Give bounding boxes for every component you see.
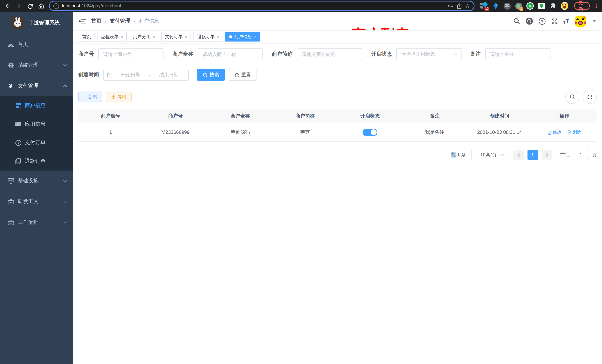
monitor-icon (7, 178, 14, 184)
toggle-search-button[interactable] (565, 90, 579, 104)
status-toggle[interactable] (363, 129, 377, 136)
browser-forward-button[interactable] (14, 1, 24, 11)
search-icon (570, 94, 575, 99)
breadcrumb-item-home[interactable]: 首页 (91, 18, 102, 24)
extension-grid-diamond-icon[interactable]: 10 (480, 2, 488, 10)
edit-pencil-icon (548, 130, 552, 134)
date-end-placeholder: 结束日期 (153, 72, 185, 78)
goto-label: 前往 (560, 151, 570, 158)
close-icon[interactable]: × (254, 35, 257, 39)
page-number-current[interactable]: 1 (527, 150, 538, 160)
tab-home[interactable]: 首页 (79, 32, 95, 42)
share-icon[interactable] (456, 3, 462, 9)
short-name-input[interactable] (297, 48, 362, 60)
user-avatar[interactable] (575, 16, 586, 27)
status-label: 开启状态 (371, 51, 392, 57)
close-icon[interactable]: × (121, 35, 123, 39)
sidebar-item-dev-tools[interactable]: 研发工具 (0, 191, 73, 212)
browser-back-button[interactable] (3, 1, 13, 11)
extension-gray-green-icon[interactable]: 1 (515, 2, 522, 10)
extension-badge: 1 (519, 7, 523, 11)
chevron-down-icon (501, 153, 505, 156)
url-bar[interactable]: i localhost:1024/pay/merchant ☆ (50, 1, 474, 10)
svg-text:¥: ¥ (17, 141, 19, 145)
sidebar-subitem-merchant-info[interactable]: 商户信息 (0, 96, 73, 115)
search-button[interactable]: 搜索 (197, 69, 225, 81)
export-button[interactable]: 导出 (106, 92, 132, 102)
refresh-table-button[interactable] (583, 90, 597, 104)
extension-y-icon[interactable]: y (526, 2, 534, 10)
search-icon[interactable] (513, 18, 520, 24)
chevron-down-icon (63, 64, 67, 66)
browser-profile-avatar[interactable] (561, 2, 568, 10)
sidebar-item-home[interactable]: 首页 (0, 34, 73, 55)
reload-icon (27, 3, 33, 9)
browser-reload-button[interactable] (25, 1, 35, 11)
tab-refund-order[interactable]: 退款订单× (193, 32, 223, 42)
full-name-input[interactable] (198, 48, 263, 60)
site-info-icon[interactable]: i (53, 3, 59, 9)
table-header-row: 商户编号 商户号 商户全称 商户简称 开启状态 备注 创建时间 操作 (78, 109, 597, 123)
tab-merchant-info[interactable]: 商户信息× (225, 32, 260, 42)
table-toolbar: + 新增 导出 (78, 90, 597, 104)
browser-update-button[interactable]: 更新 (574, 2, 590, 10)
refresh-icon (235, 73, 239, 77)
refresh-icon (587, 94, 592, 99)
help-icon[interactable]: ? (538, 18, 546, 25)
sidebar-collapse-button[interactable] (79, 18, 86, 24)
add-button[interactable]: + 新增 (78, 92, 102, 102)
extension-blue-gem-icon[interactable] (492, 2, 499, 10)
sidebar-item-label: 基础设施 (18, 178, 63, 184)
avatar-caret-icon[interactable] (592, 20, 596, 22)
password-key-icon[interactable] (447, 3, 453, 9)
extension-badge: 10 (484, 7, 489, 11)
sidebar-item-payment[interactable]: ¥ 支付管理 (0, 76, 73, 96)
tab-pay-order[interactable]: 支付订单× (161, 32, 191, 42)
tab-process-form[interactable]: 流程表单× (97, 32, 127, 42)
browser-home-button[interactable] (36, 1, 46, 11)
navbar-actions: ? TT (513, 16, 596, 27)
sidebar-subitem-app-info[interactable]: 应用信息 (0, 115, 73, 133)
page-size-select[interactable]: 10条/页 (471, 150, 508, 160)
chevron-left-icon (517, 152, 520, 157)
col-create-time: 创建时间 (467, 109, 532, 123)
fullscreen-icon[interactable] (551, 18, 558, 24)
create-time-range-picker[interactable]: 开始日期 - 结束日期 (103, 69, 189, 81)
sidebar-item-workflow[interactable]: 工作流程 (0, 212, 73, 233)
sidebar-item-infrastructure[interactable]: 基础设施 (0, 171, 73, 191)
font-size-icon[interactable]: TT (563, 18, 569, 24)
breadcrumb-separator: / (134, 18, 135, 24)
pagination: 共 1 条 10条/页 1 前往 页 (78, 150, 597, 160)
sidebar-subitem-pay-order[interactable]: ¥ 支付订单 (0, 133, 73, 152)
goto-page-input[interactable] (573, 150, 589, 160)
status-select[interactable]: 请选择开启状态 (396, 48, 462, 60)
edit-link[interactable]: 修改 (548, 129, 562, 136)
chevron-down-icon (63, 200, 67, 203)
sidebar-item-label: 研发工具 (18, 198, 63, 205)
reset-button[interactable]: 重置 (229, 69, 257, 81)
grid-icon (15, 122, 22, 127)
remark-input[interactable] (485, 48, 550, 60)
svg-text:?: ? (541, 19, 543, 23)
next-page-button[interactable] (542, 150, 552, 160)
extension-command-icon[interactable]: ⌘ (503, 2, 511, 10)
breadcrumb-item-payment[interactable]: 支付管理 (110, 18, 130, 24)
prev-page-button[interactable] (513, 150, 524, 160)
col-merchant-no: 商户号 (143, 109, 208, 123)
extensions-area: 10 ⌘ 1 y (480, 2, 568, 10)
app-logo-row[interactable]: 芋道管理系统 (0, 12, 73, 34)
sidebar-subitem-refund-order[interactable]: 退款订单 (0, 152, 73, 171)
close-icon[interactable]: × (153, 35, 155, 39)
browser-menu-kebab-icon[interactable]: ⋮ (593, 3, 599, 9)
extensions-puzzle-icon[interactable] (549, 2, 557, 10)
close-icon[interactable]: × (217, 35, 219, 39)
merchant-no-input[interactable] (98, 48, 163, 60)
full-name-label: 商户全称 (172, 51, 193, 57)
extension-green-chat-icon[interactable] (538, 2, 545, 10)
close-icon[interactable]: × (185, 35, 187, 39)
bookmark-star-icon[interactable]: ☆ (465, 3, 470, 9)
sidebar-item-system[interactable]: 系统管理 (0, 55, 73, 76)
github-icon[interactable] (526, 17, 533, 25)
tab-user-group[interactable]: 用户分组× (129, 32, 159, 42)
delete-link[interactable]: 删除 (567, 129, 581, 135)
